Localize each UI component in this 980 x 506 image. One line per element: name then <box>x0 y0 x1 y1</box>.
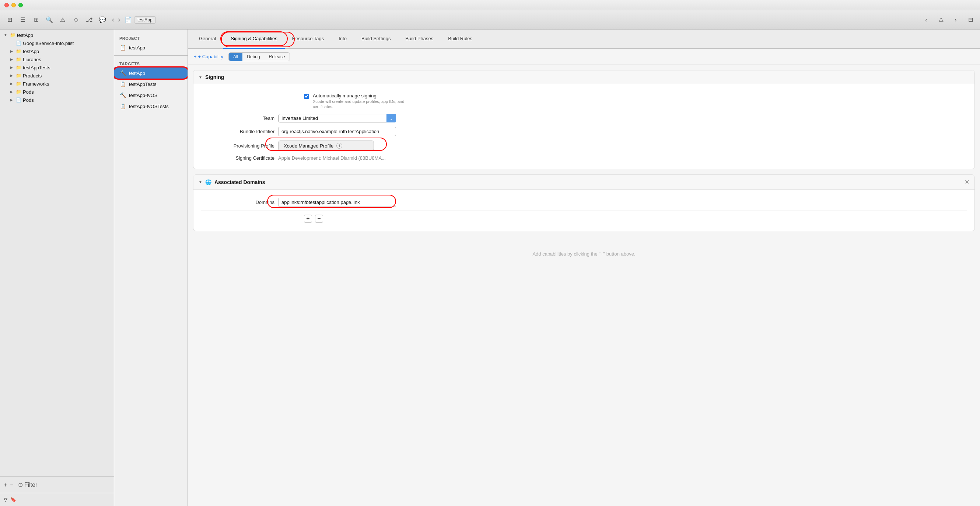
plus-icon: + <box>194 54 197 59</box>
disclosure-arrow: ▶ <box>9 89 14 94</box>
prov-info-icon[interactable]: ℹ <box>336 143 342 148</box>
filter-group: All Debug Release <box>228 53 290 61</box>
target-icon-tvostests: 📋 <box>119 103 126 110</box>
domains-remove-button[interactable]: − <box>315 215 323 223</box>
sidebar-bottom-toolbar: ▽ 🔖 <box>0 493 114 506</box>
sidebar-item-pods-folder[interactable]: ▶ 📁 Pods <box>0 88 114 96</box>
tab-build-rules[interactable]: Build Rules <box>441 29 480 49</box>
main-area: ▼ 📁 testApp 📄 GoogleService-Info.plist ▶… <box>0 29 980 506</box>
prov-profile-box[interactable]: Xcode Managed Profile ℹ <box>278 140 374 151</box>
tab-build-phases[interactable]: Build Phases <box>398 29 441 49</box>
folder-icon: 📁 <box>16 81 21 87</box>
sidebar-item-pods-project[interactable]: ▶ 📄 Pods <box>0 96 114 104</box>
project-icon: 📁 <box>10 32 16 38</box>
shapes-icon[interactable]: ◇ <box>71 15 81 25</box>
team-label: Team <box>201 115 274 121</box>
filter-release-button[interactable]: Release <box>264 53 290 61</box>
disclosure-arrow: ▶ <box>9 81 14 86</box>
auto-signing-sublabel2: certificates. <box>313 104 404 109</box>
sidebar-item-products[interactable]: ▶ 📁 Products <box>0 72 114 80</box>
domains-row: Domains <box>193 195 974 209</box>
maximize-button[interactable] <box>18 3 23 7</box>
domains-add-remove: + − <box>193 212 974 225</box>
domains-input[interactable] <box>278 198 396 207</box>
filter-all-button[interactable]: All <box>229 53 242 61</box>
section-collapse-icon[interactable]: ▼ <box>199 75 202 79</box>
file-label: testApp <box>134 16 156 24</box>
sidebar-item-plist[interactable]: 📄 GoogleService-Info.plist <box>0 39 114 47</box>
bookmark-icon[interactable]: 🔖 <box>10 497 16 502</box>
branch-icon[interactable]: ⎇ <box>84 15 94 25</box>
domains-label: Domains <box>201 200 274 205</box>
globe-icon <box>205 179 212 185</box>
target-label-testapp: testApp <box>129 70 145 76</box>
list-icon[interactable]: ☰ <box>18 15 28 25</box>
section-collapse-icon2[interactable]: ▼ <box>199 180 202 184</box>
team-select[interactable]: Invertase Limited <box>278 114 396 123</box>
auto-signing-label[interactable]: Automatically manage signing <box>313 93 377 99</box>
auto-signing-checkbox[interactable] <box>304 94 309 99</box>
signing-section-title: Signing <box>205 74 224 80</box>
breadcrumb: 📄 testApp <box>124 16 156 24</box>
signing-section-body: Automatically manage signing Xcode will … <box>193 84 974 169</box>
sidebar-item-testapptests[interactable]: ▶ 📁 testAppTests <box>0 64 114 72</box>
close-button[interactable] <box>5 3 9 7</box>
add-capability-button[interactable]: + + Capability <box>194 54 223 59</box>
domains-add-button[interactable]: + <box>304 215 312 223</box>
project-root-item[interactable]: ▼ 📁 testApp <box>0 31 114 39</box>
project-item[interactable]: 📋 testApp <box>114 42 188 53</box>
signing-section: ▼ Signing Automatically manage signing X… <box>193 70 975 169</box>
folder-icon: 📁 <box>16 89 21 95</box>
grid-icon[interactable]: ⊞ <box>5 15 15 25</box>
remove-file-button[interactable]: − <box>10 482 13 488</box>
tab-resource-tags[interactable]: Resource Tags <box>285 29 331 49</box>
hierarchy-icon[interactable]: ⊞ <box>31 15 41 25</box>
file-navigator: ▼ 📁 testApp 📄 GoogleService-Info.plist ▶… <box>0 29 114 506</box>
minimize-button[interactable] <box>11 3 16 7</box>
testapp-folder-label: testApp <box>23 49 111 54</box>
tab-build-settings[interactable]: Build Settings <box>354 29 398 49</box>
disclosure-arrow: ▶ <box>9 97 14 102</box>
target-item-testapp[interactable]: 🔨 testApp <box>114 67 188 78</box>
associated-domains-title: Associated Domains <box>215 179 265 185</box>
warning-icon[interactable]: ⚠ <box>57 15 68 25</box>
team-row: Team Invertase Limited ⌄ <box>193 112 974 125</box>
disclosure-arrow: ▶ <box>9 65 14 70</box>
forward-button[interactable]: › <box>116 15 122 24</box>
associated-domains-close-button[interactable]: ✕ <box>964 179 969 185</box>
sidebar-item-testapp-folder[interactable]: ▶ 📁 testApp <box>0 47 114 55</box>
warning-status-icon[interactable]: ⚠ <box>936 15 946 25</box>
comment-icon[interactable]: 💬 <box>97 15 108 25</box>
sidebar-item-frameworks[interactable]: ▶ 📁 Frameworks <box>0 80 114 88</box>
sidebar-item-libraries[interactable]: ▶ 📁 Libraries <box>0 55 114 64</box>
hierarchy-view-icon[interactable]: ▽ <box>4 497 7 502</box>
separator <box>201 211 967 211</box>
tab-bar: General Signing & Capabilities Resource … <box>188 29 980 49</box>
target-icon-testapptests: 📋 <box>119 81 126 88</box>
auto-signing-row: Automatically manage signing Xcode will … <box>193 90 974 112</box>
frameworks-label: Frameworks <box>23 81 111 87</box>
add-file-button[interactable]: + <box>4 482 7 488</box>
filter-button[interactable]: ⊙ Filter <box>18 481 38 488</box>
back-button[interactable]: ‹ <box>111 15 116 24</box>
pods-project-label: Pods <box>23 97 111 103</box>
tab-signing-capabilities[interactable]: Signing & Capabilities <box>223 29 285 49</box>
team-select-wrapper: Invertase Limited ⌄ <box>278 114 396 123</box>
project-item-label: testApp <box>129 45 145 51</box>
prev-issue-icon[interactable]: ‹ <box>921 15 931 25</box>
target-icon-testapp: 🔨 <box>119 70 126 77</box>
target-item-testapptests[interactable]: 📋 testAppTests <box>114 78 188 89</box>
folder-icon: 📁 <box>16 73 21 78</box>
tab-info[interactable]: Info <box>331 29 354 49</box>
search-icon[interactable]: 🔍 <box>44 15 54 25</box>
filter-debug-button[interactable]: Debug <box>242 53 264 61</box>
target-item-testapp-tvos[interactable]: 🔨 testApp-tvOS <box>114 89 188 101</box>
disclosure-arrow: ▼ <box>3 32 8 38</box>
next-issue-icon[interactable]: › <box>951 15 961 25</box>
bundle-id-input[interactable] <box>278 127 396 136</box>
prov-profile-value: Xcode Managed Profile <box>284 143 333 148</box>
filter-icon: ⊙ <box>18 481 23 488</box>
target-item-testapp-tvostests[interactable]: 📋 testApp-tvOSTests <box>114 101 188 112</box>
tab-general[interactable]: General <box>192 29 223 49</box>
inspector-toggle-icon[interactable]: ⊟ <box>965 15 975 25</box>
